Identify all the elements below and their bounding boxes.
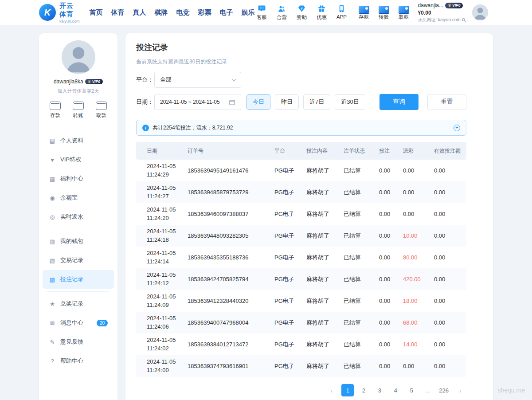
date-range-value: 2024-11-05 ~ 2024-11-05 (160, 99, 220, 105)
sponsorship-button[interactable]: 赞助 (295, 4, 309, 21)
page-button[interactable]: 3 (373, 384, 386, 396)
withdraw-button[interactable]: 取款 (397, 5, 411, 20)
transfer-button[interactable]: 转账 (377, 5, 391, 20)
avatar[interactable] (472, 4, 488, 20)
wallet-action[interactable]: 存款 (50, 102, 61, 119)
reset-button[interactable]: 重置 (427, 94, 466, 110)
cell-bet-content: 麻将胡了 (303, 268, 340, 290)
page-title: 投注记录 (136, 42, 466, 53)
sidebar-menu-item[interactable]: ✎ 意见反馈 (43, 333, 114, 351)
date-range-button[interactable]: 近7日 (303, 94, 330, 110)
search-icon[interactable] (462, 18, 466, 23)
cell-bet-amount: 0.00 (376, 160, 399, 181)
sidebar-menu-item[interactable]: ▨ 投注记录 (43, 270, 114, 289)
sidebar-menu-item[interactable]: ◎ 实时返水 (43, 208, 114, 226)
page-button[interactable]: 1 (341, 384, 354, 396)
date-range-button[interactable]: 昨日 (275, 94, 299, 110)
wallet-action[interactable]: 取款 (96, 102, 107, 119)
profile-avatar[interactable] (62, 40, 95, 74)
menu-label: 实时返水 (60, 213, 108, 221)
sidebar-menu-item[interactable]: ▤ 个人资料 (43, 131, 114, 150)
cell-date: 2024-11-0511:24:00 (136, 355, 184, 377)
user-info[interactable]: dawanjia... ♛ VIP0 ¥0.00 永久网址: kaiyun.co… (418, 2, 468, 23)
cell-status: 已结算 (340, 312, 376, 333)
wallet-label: 转账 (379, 14, 389, 20)
page-button[interactable]: 4 (389, 384, 402, 396)
expand-icon[interactable]: + (454, 125, 460, 131)
table-row: 2024-11-0511:24:14 1853639435355188736 P… (136, 247, 466, 268)
sidebar-wallet-actions: 存款 转账 取款 (39, 94, 117, 124)
sidebar-menu-item[interactable]: ◉ 余额宝 (43, 188, 114, 207)
cell-date: 2024-11-0511:24:18 (136, 225, 184, 247)
menu-label: 交易记录 (60, 256, 108, 264)
vip-level: VIP0 (452, 3, 460, 8)
nav-item[interactable]: 电子 (220, 8, 233, 17)
page-button[interactable]: 2 (357, 384, 370, 396)
column-header: 投注内容 (303, 142, 340, 160)
cell-bet-content: 麻将胡了 (303, 225, 340, 247)
nav-item[interactable]: 首页 (90, 8, 103, 17)
crown-icon: ♛ (448, 3, 451, 8)
wallet-action[interactable]: 转账 (73, 102, 84, 119)
date-range-button[interactable]: 今日 (246, 94, 270, 110)
partnership-button[interactable]: 合营 (275, 4, 289, 21)
customer-service-button[interactable]: 客服 (255, 4, 269, 21)
nav-item[interactable]: 娱乐 (242, 8, 255, 17)
cell-date: 2024-11-0511:24:29 (136, 160, 184, 181)
promotions-button[interactable]: 优惠 (315, 4, 329, 21)
gem-icon (297, 4, 306, 13)
deposit-card-icon (359, 6, 369, 13)
cell-status: 已结算 (340, 203, 376, 225)
sidebar-menu: ▤ 个人资料 ♥ VIP特权 ▦ 福利中心 ◉ 余额宝 (39, 130, 117, 370)
nav-item[interactable]: 体育 (111, 8, 125, 17)
cell-valid-bet: 0.00 (430, 312, 466, 333)
site-logo[interactable]: K 开云体育 kaiyun.com (39, 2, 80, 24)
sidebar-menu-item[interactable]: ★ 兑奖记录 (43, 294, 114, 313)
transaction-records-icon: ▧ (49, 257, 56, 264)
logo-icon: K (39, 4, 56, 21)
cell-bet-content: 麻将胡了 (303, 203, 340, 225)
column-header: 有效投注额 (430, 142, 466, 160)
platform-select[interactable]: 全部 (154, 72, 241, 88)
menu-label: 个人资料 (60, 137, 108, 145)
prev-page-button[interactable]: ‹ (325, 384, 338, 396)
search-button[interactable]: 查询 (379, 94, 419, 110)
nav-item[interactable]: 电竞 (176, 8, 190, 17)
date-label: 日期： (136, 98, 153, 106)
date-range-input[interactable]: 2024-11-05 ~ 2024-11-05 (154, 94, 241, 110)
nav-item[interactable]: 真人 (133, 8, 146, 17)
page-button[interactable]: 226 (437, 384, 450, 396)
cell-date: 2024-11-0511:24:06 (136, 312, 184, 333)
cell-payout: 0.00 (399, 203, 430, 225)
cell-date: 2024-11-0511:24:27 (136, 181, 184, 203)
cell-order-number: 1853639374793616901 (184, 355, 271, 377)
page-button[interactable]: 5 (405, 384, 418, 396)
top-navigation-bar: K 开云体育 kaiyun.com 首页体育真人棋牌电竞彩票电子娱乐 客服 合营… (0, 0, 532, 25)
sidebar-menu-item[interactable]: ♥ VIP特权 (43, 150, 114, 169)
date-filter-row: 日期： 2024-11-05 ~ 2024-11-05 今日昨日近7日近30日 … (136, 94, 466, 110)
sidebar-menu-item[interactable]: ✉ 消息中心 20 (43, 314, 114, 332)
sidebar-menu-item[interactable]: ▧ 交易记录 (43, 251, 114, 270)
quick-links: 客服 合营 赞助 优惠 APP (255, 4, 349, 21)
cell-bet-content: 麻将胡了 (303, 247, 340, 268)
main-nav: 首页体育真人棋牌电竞彩票电子娱乐 (90, 8, 255, 17)
sidebar-menu-item[interactable]: ▥ 我的钱包 (43, 232, 114, 251)
cell-order-number: 1853639448093282305 (184, 225, 271, 247)
betting-records-panel: 投注记录 当前系统支持查询最近30日的投注记录 平台： 全部 日期： 2024-… (125, 33, 493, 400)
cell-valid-bet: 0.00 (430, 160, 466, 181)
sidebar-menu-item[interactable]: ▦ 福利中心 (43, 169, 114, 188)
deposit-button[interactable]: 存款 (357, 5, 371, 20)
vip-badge: ♛ VIP0 (85, 79, 103, 84)
page-button[interactable]: ... (421, 384, 434, 396)
vip-badge: ♛ VIP0 (445, 3, 463, 8)
next-page-button[interactable]: › (454, 384, 466, 396)
cell-bet-content: 麻将胡了 (303, 312, 340, 333)
date-range-button[interactable]: 近30日 (335, 94, 365, 110)
sidebar-menu-item[interactable]: ? 帮助中心 (43, 352, 114, 370)
nav-item[interactable]: 棋牌 (155, 8, 168, 17)
quick-label: APP (336, 14, 347, 20)
nav-item[interactable]: 彩票 (198, 8, 211, 17)
username: dawanjia... (418, 2, 443, 9)
app-download-button[interactable]: APP (335, 4, 349, 21)
menu-label: 意见反馈 (60, 338, 108, 346)
